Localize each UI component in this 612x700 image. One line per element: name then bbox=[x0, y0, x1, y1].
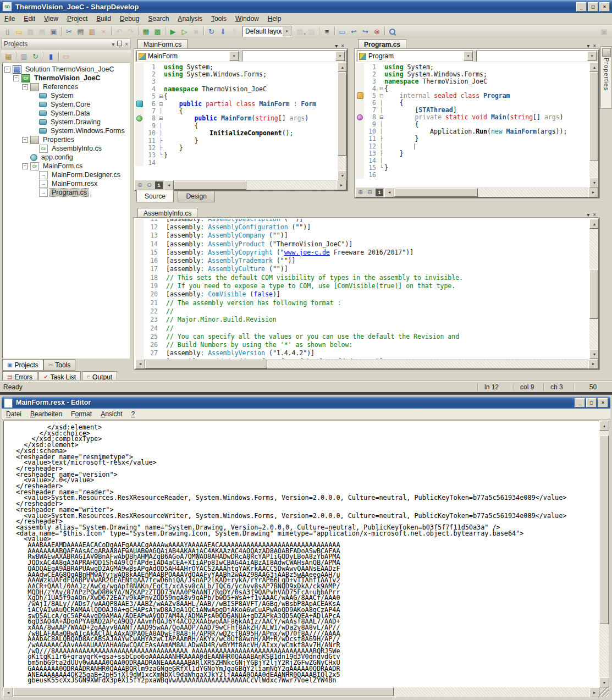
tab-assemblyinfo-cs[interactable]: AssemblyInfo.cs bbox=[137, 208, 197, 218]
code-line-3[interactable]: 3namespace ThermoVision_JoeC bbox=[356, 78, 589, 85]
search-icon[interactable] bbox=[387, 26, 398, 37]
chevron-down-icon[interactable]: ▾ bbox=[587, 43, 589, 49]
menu-analysis[interactable]: Analysis bbox=[173, 14, 207, 24]
code-line-11[interactable]: 11[assembly: AssemblyDescription ("")] bbox=[135, 219, 589, 223]
code-line-6[interactable]: 6│ { bbox=[356, 99, 589, 106]
tab-design[interactable]: Design bbox=[178, 191, 214, 202]
fold-margin[interactable]: └ bbox=[378, 165, 384, 170]
tree-item-properties[interactable]: −Properties bbox=[3, 135, 129, 144]
minimize-button[interactable]: _ bbox=[575, 398, 585, 407]
fold-margin[interactable]: ⊟ bbox=[158, 115, 164, 121]
uncomment-region-icon[interactable]: ▩ bbox=[152, 26, 163, 37]
code-line-26[interactable]: 26// Build Numbers by using the '*' as s… bbox=[135, 340, 589, 349]
collapse-all-icon[interactable]: ▮ bbox=[45, 51, 57, 62]
code-line-16[interactable]: 16[assembly: AssemblyTrademark ("")] bbox=[135, 256, 589, 264]
vertical-scrollbar[interactable]: ▲ ▼ bbox=[589, 62, 598, 188]
run-icon[interactable]: ▶ bbox=[167, 26, 179, 37]
code-line-11[interactable]: 11├ } bbox=[356, 135, 589, 142]
download-update-icon[interactable]: ⇓ bbox=[217, 26, 229, 37]
fold-margin[interactable]: ⊟ bbox=[378, 93, 384, 98]
zoom-out-icon[interactable]: ⊖ bbox=[145, 181, 154, 190]
menu-edit[interactable]: Edit bbox=[19, 14, 40, 24]
code-line-2[interactable]: 2using System.Windows.Forms; bbox=[135, 70, 338, 78]
code-line-20[interactable]: 20[assembly: ComVisible (false)] bbox=[135, 290, 589, 299]
tree-expander-icon[interactable]: − bbox=[22, 84, 28, 90]
code-line-10[interactable]: 10│ Application.Run(new MainForm(args)); bbox=[356, 128, 589, 135]
tab-projects[interactable]: ▣ Projects bbox=[2, 359, 43, 371]
zoom-in-icon[interactable]: ⊕ bbox=[135, 181, 145, 190]
scroll-up-icon[interactable]: ▲ bbox=[599, 421, 609, 431]
save-file-icon[interactable]: ▦ bbox=[25, 26, 36, 37]
fold-margin[interactable]: ├ bbox=[378, 151, 384, 156]
menu-project[interactable]: Project bbox=[63, 14, 92, 24]
code-line-14[interactable]: 14[assembly: AssemblyProduct ("ThermoVis… bbox=[135, 240, 589, 248]
member-combobox[interactable]: ▾ bbox=[476, 51, 597, 62]
code-line-14[interactable]: 14│ bbox=[356, 157, 589, 164]
tree-expander-icon[interactable]: − bbox=[22, 163, 28, 169]
code-line-15[interactable]: 15[assembly: AssemblyCopyright ("www.joe… bbox=[135, 248, 589, 256]
close-icon[interactable]: × bbox=[125, 41, 128, 47]
chevron-down-icon[interactable]: ▾ bbox=[464, 51, 473, 61]
chevron-down-icon[interactable]: ▾ bbox=[587, 212, 589, 218]
fold-margin[interactable]: │ bbox=[378, 144, 384, 149]
horizontal-scrollbar[interactable]: ⊕ ⊖ 1 ◄ ► bbox=[356, 188, 598, 197]
menu-debug[interactable]: Debug bbox=[115, 14, 144, 24]
tree-item-system-drawing[interactable]: System.Drawing bbox=[3, 118, 129, 126]
delete-icon[interactable]: × bbox=[98, 26, 109, 37]
tree-item-app-config[interactable]: app.config bbox=[3, 153, 129, 162]
paste-icon[interactable]: ▥ bbox=[86, 26, 98, 37]
scroll-down-icon[interactable]: ▼ bbox=[589, 178, 598, 188]
clear-bookmarks-icon[interactable]: ⊗ bbox=[371, 26, 383, 37]
code-line-1[interactable]: 1using System; bbox=[135, 63, 338, 70]
code-line-10[interactable]: 10│ InitializeComponent(); bbox=[135, 130, 338, 137]
properties-panel-icon[interactable]: ▤ bbox=[3, 51, 14, 62]
code-line-4[interactable]: 4namespace ThermoVision_JoeC bbox=[135, 85, 338, 92]
code-line-5[interactable]: 5⊟ internal sealed class Program bbox=[356, 92, 589, 99]
fold-margin[interactable]: │ bbox=[158, 108, 164, 114]
chevron-down-icon[interactable]: ▾ bbox=[587, 51, 597, 61]
stop-icon[interactable]: ■ bbox=[190, 26, 202, 37]
cut-icon[interactable]: ✂ bbox=[63, 26, 75, 37]
fold-margin[interactable]: ⊟ bbox=[378, 86, 384, 91]
scroll-down-icon[interactable]: ▼ bbox=[338, 170, 346, 180]
fold-margin[interactable]: ├ bbox=[158, 145, 164, 151]
bookmark-icon[interactable]: ▭ bbox=[337, 26, 348, 37]
vertical-scrollbar[interactable]: ▲ ▼ bbox=[599, 421, 609, 687]
code-line-24[interactable]: 24// bbox=[135, 324, 589, 332]
fold-margin[interactable]: │ bbox=[158, 130, 164, 136]
zoom-out-icon[interactable]: ⊖ bbox=[365, 188, 374, 197]
code-line-8[interactable]: 8⊟ public MainForm(string[] args) bbox=[135, 115, 338, 122]
scroll-down-icon[interactable]: ▼ bbox=[599, 677, 609, 687]
tree-item-system-windows-forms[interactable]: System.Windows.Forms bbox=[3, 126, 129, 135]
menu-format[interactable]: Format bbox=[67, 409, 96, 419]
code-line-6[interactable]: 6⊟ public partial class MainForm : Form bbox=[135, 100, 338, 107]
menu-view[interactable]: View bbox=[40, 14, 63, 24]
resx-text-area[interactable]: </xsd:element> </xsd:choice> </xsd:compl… bbox=[3, 421, 599, 687]
undo-icon[interactable]: ↶ bbox=[113, 26, 125, 37]
code-line-12[interactable]: 12[assembly: AssemblyConfiguration ("")] bbox=[135, 223, 589, 231]
maximize-button[interactable]: □ bbox=[588, 2, 598, 12]
tree-item-system-core[interactable]: System.Core bbox=[3, 100, 129, 109]
scroll-up-icon[interactable]: ▲ bbox=[338, 62, 346, 72]
code-line-3[interactable]: 3 bbox=[135, 78, 338, 85]
assemblyinfo-code-editor[interactable]: 11[assembly: AssemblyDescription ("")]12… bbox=[135, 219, 589, 359]
code-line-5[interactable]: 5⊟{ bbox=[135, 93, 338, 100]
menu-tools[interactable]: Tools bbox=[207, 14, 231, 24]
tree-item-mainform-resx[interactable]: →MainForm.resx bbox=[3, 179, 129, 188]
code-line-9[interactable]: 9│ { bbox=[135, 122, 338, 129]
tree-item-mainform-cs[interactable]: −C#MainForm.cs bbox=[3, 162, 129, 170]
menu-bearbeiten[interactable]: Bearbeiten bbox=[26, 409, 67, 419]
view-list-icon[interactable]: ≡ bbox=[321, 26, 333, 37]
tree-item-system[interactable]: System bbox=[3, 91, 129, 100]
code-line-13[interactable]: 13[assembly: AssemblyCompany ("")] bbox=[135, 232, 589, 240]
fold-margin[interactable]: ⊟ bbox=[158, 101, 164, 107]
code-line-15[interactable]: 15└} bbox=[356, 164, 589, 171]
scroll-up-icon[interactable]: ▲ bbox=[589, 219, 598, 229]
tab-source[interactable]: Source bbox=[136, 190, 174, 202]
vertical-scrollbar[interactable]: ▲ ▼ bbox=[338, 62, 346, 180]
prev-bookmark-icon[interactable]: ↩ bbox=[348, 26, 360, 37]
code-line-2[interactable]: 2using System.Windows.Forms; bbox=[356, 70, 589, 78]
fold-margin[interactable]: │ bbox=[158, 123, 164, 129]
scroll-up-icon[interactable]: ▲ bbox=[589, 62, 598, 72]
tree-item-system-data[interactable]: System.Data bbox=[3, 109, 129, 118]
